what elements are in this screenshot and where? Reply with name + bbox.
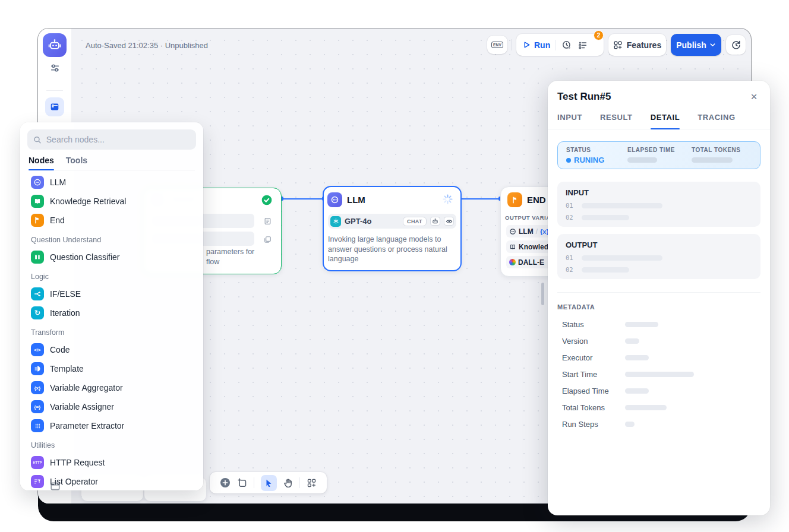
llm-node-icon	[327, 192, 342, 207]
start-node-description-line2: flow	[206, 257, 219, 267]
running-spinner-icon	[442, 194, 453, 207]
toolbar-divider	[254, 477, 254, 488]
list-item-http-request[interactable]: HTTP HTTP Request	[29, 453, 195, 472]
section-utilities: Utilities	[29, 438, 195, 453]
output-card: OUTPUT 01 02	[557, 234, 760, 279]
item-label: LLM	[50, 178, 66, 187]
notification-badge: 2	[594, 30, 604, 40]
item-label: Variable Assigner	[50, 402, 114, 411]
history-icon	[731, 40, 741, 50]
input-title: INPUT	[566, 188, 752, 197]
preferences-button[interactable]	[45, 61, 64, 75]
run-panel-tabs: INPUT RESULT DETAIL TRACING	[557, 113, 736, 129]
knowledge-var-icon	[509, 243, 516, 251]
sidebar-bottom-button[interactable]	[50, 481, 61, 494]
tab-result[interactable]: RESULT	[600, 113, 633, 129]
tokens-skeleton	[692, 157, 733, 163]
canvas-toolbar	[210, 472, 327, 493]
metadata-divider	[557, 292, 760, 293]
checklist-icon	[577, 40, 588, 50]
chat-badge: CHAT	[403, 217, 427, 226]
hand-mode-button[interactable]	[283, 478, 293, 488]
list-item-end[interactable]: End	[29, 211, 195, 230]
clock-play-icon	[561, 40, 572, 50]
metadata-row-version: Version	[562, 337, 758, 346]
llm-model-name: GPT-4o	[345, 217, 399, 226]
publish-button[interactable]: Publish	[671, 34, 721, 56]
elapsed-skeleton	[627, 157, 657, 163]
autosave-status: Auto-Saved 21:02:35 · Unpublished	[86, 41, 208, 50]
list-item-parameter-extractor[interactable]: Parameter Extractor	[29, 416, 195, 435]
play-icon	[523, 41, 531, 49]
list-item-variable-aggregator[interactable]: {x} Variable Aggregator	[29, 378, 195, 397]
search-input[interactable]	[46, 135, 190, 144]
line-number: 01	[566, 254, 573, 261]
section-transform: Transform	[29, 325, 195, 340]
output-variables-label: OUTPUT VARIA	[505, 214, 551, 221]
publish-label: Publish	[676, 40, 706, 50]
metadata-skeleton	[625, 405, 667, 410]
list-item-question-classifier[interactable]: Question Classifier	[29, 248, 195, 267]
list-item-llm[interactable]: LLM	[29, 173, 195, 192]
version-history-button[interactable]	[726, 35, 746, 55]
sidebar-divider	[46, 90, 63, 91]
end-node-title: END	[527, 195, 546, 205]
tab-nodes[interactable]: Nodes	[29, 151, 54, 170]
workflow-tool-button[interactable]	[45, 97, 64, 116]
item-label: Code	[50, 345, 70, 354]
features-button[interactable]: Features	[608, 34, 666, 56]
line-number: 01	[566, 202, 573, 209]
organize-nodes-button[interactable]	[307, 478, 317, 488]
list-item-template[interactable]: Template	[29, 359, 195, 378]
checklist-button[interactable]	[577, 40, 588, 50]
tab-tracing[interactable]: TRACING	[698, 113, 735, 129]
metadata-row-run-steps: Run Steps	[562, 420, 758, 429]
env-button[interactable]: ENV	[487, 36, 507, 54]
add-note-button[interactable]	[237, 478, 247, 488]
chevron-down-icon	[709, 42, 716, 48]
window-icon	[49, 102, 60, 112]
item-label: Template	[50, 364, 84, 373]
run-panel-title: Test Run#5	[557, 91, 611, 103]
run-history-button[interactable]	[561, 40, 572, 50]
list-item-if-else[interactable]: IF/ELSE	[29, 284, 195, 303]
canvas-scrollbar-thumb[interactable]	[541, 283, 544, 305]
toolbar-divider	[299, 477, 300, 488]
list-item-variable-assigner[interactable]: {=} Variable Assigner	[29, 397, 195, 416]
app-logo[interactable]	[43, 33, 67, 57]
input-skeleton	[582, 215, 629, 220]
item-label: Parameter Extractor	[50, 421, 124, 430]
llm-model-row[interactable]: GPT-4o CHAT	[328, 214, 456, 229]
end-var-separator: /	[536, 227, 538, 236]
pointer-mode-button[interactable]	[261, 475, 277, 491]
status-card: STATUS RUNING ELAPSED TIME TOTAL TOKENS	[557, 141, 760, 169]
add-node-button[interactable]	[220, 477, 231, 488]
topbar-divider	[511, 39, 512, 50]
panel-window-icon	[50, 481, 61, 492]
iteration-icon: ↻	[31, 306, 44, 319]
elapsed-time-label: ELAPSED TIME	[627, 147, 692, 153]
metadata-skeleton	[625, 422, 635, 427]
variable-aggregator-icon: {x}	[31, 381, 44, 394]
metadata-skeleton	[625, 388, 649, 394]
section-logic: Logic	[29, 269, 195, 284]
node-search[interactable]	[27, 129, 196, 150]
list-item-iteration[interactable]: ↻ Iteration	[29, 303, 195, 322]
line-number: 02	[566, 214, 573, 221]
tab-input[interactable]: INPUT	[557, 113, 582, 129]
close-icon[interactable]: ×	[746, 89, 762, 104]
parameter-extractor-icon	[31, 419, 44, 432]
end-var-name: DALL-E	[518, 258, 544, 267]
tab-tools[interactable]: Tools	[66, 151, 87, 170]
item-label: IF/ELSE	[50, 289, 81, 299]
run-group-divider	[556, 40, 556, 50]
status-dot	[566, 158, 571, 163]
list-item-knowledge-retrieval[interactable]: Knowledge Retrieval	[29, 192, 195, 211]
node-picker-panel: Nodes Tools LLM Knowledge Retrieval End …	[20, 122, 203, 490]
metadata-row-status: Status	[562, 320, 758, 329]
variable-assigner-icon: {=}	[31, 400, 44, 413]
run-button[interactable]: Run	[523, 40, 550, 50]
tab-detail[interactable]: DETAIL	[651, 113, 680, 129]
item-label: Iteration	[50, 308, 80, 318]
list-item-code[interactable]: </> Code	[29, 340, 195, 359]
